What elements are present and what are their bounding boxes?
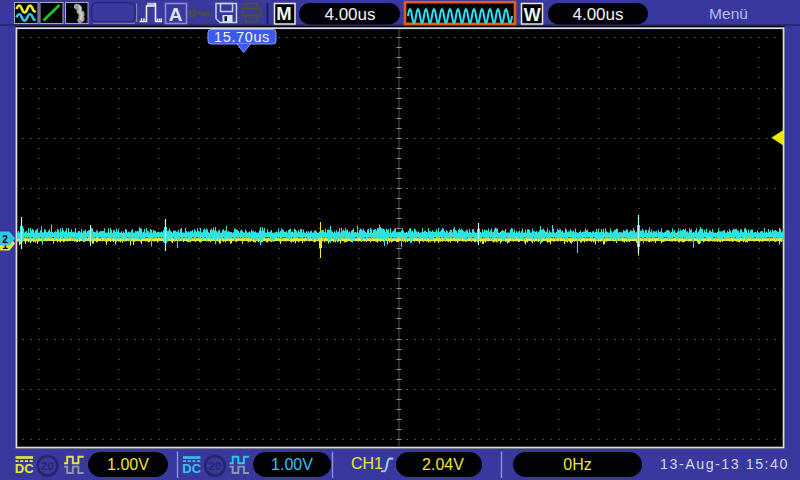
svg-text:4.00us: 4.00us xyxy=(324,5,375,24)
svg-text:13-Aug-13 15:40: 13-Aug-13 15:40 xyxy=(660,456,789,472)
svg-text:15.70us: 15.70us xyxy=(214,29,270,45)
svg-text:M: M xyxy=(276,3,291,24)
svg-text:2.04V: 2.04V xyxy=(422,456,464,473)
svg-text:Menü: Menü xyxy=(709,5,748,22)
svg-text:DC: DC xyxy=(15,461,34,476)
svg-text:4.00us: 4.00us xyxy=(572,5,623,24)
svg-text:CH1: CH1 xyxy=(351,455,383,472)
svg-text:2: 2 xyxy=(2,234,8,245)
svg-text:W: W xyxy=(524,5,541,25)
svg-text:0Hz: 0Hz xyxy=(563,456,591,473)
svg-text:A: A xyxy=(169,4,183,25)
svg-text:1.00V: 1.00V xyxy=(271,456,313,473)
svg-text:DC: DC xyxy=(182,461,201,476)
svg-text:20: 20 xyxy=(41,460,54,472)
svg-text:20: 20 xyxy=(209,460,222,472)
svg-text:1.00V: 1.00V xyxy=(107,456,149,473)
